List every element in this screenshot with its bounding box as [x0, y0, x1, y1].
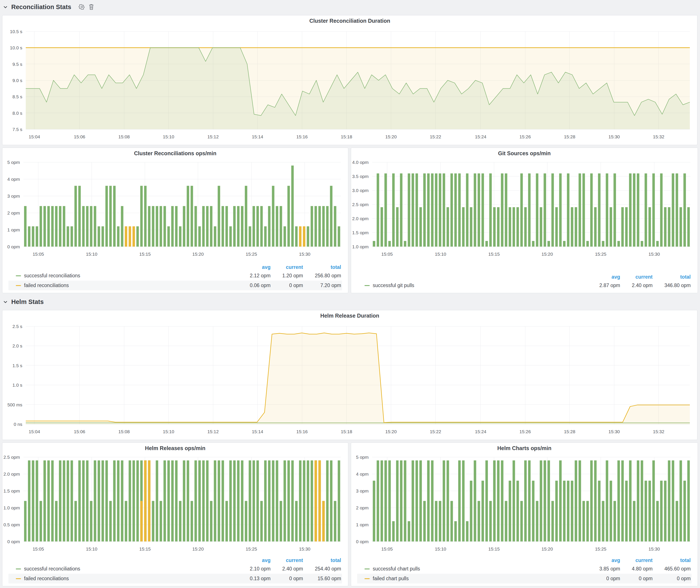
svg-text:15:08: 15:08	[118, 429, 130, 434]
legend-cluster-reconciliations: avgcurrenttotalsuccessful reconciliation…	[8, 263, 342, 290]
svg-text:15:20: 15:20	[542, 546, 553, 551]
svg-text:15:24: 15:24	[475, 134, 486, 139]
panel-cluster-reconciliations-rate: Cluster Reconciliations ops/min 5 opm4 o…	[2, 148, 348, 293]
series-color-dash	[16, 285, 21, 286]
legend-series-toggle[interactable]: failed reconciliations	[16, 576, 236, 582]
svg-text:15:30: 15:30	[608, 429, 620, 434]
svg-text:3 opm: 3 opm	[356, 488, 369, 493]
svg-text:8.5 s: 8.5 s	[12, 94, 22, 99]
legend-header: avgcurrenttotal	[8, 557, 342, 564]
svg-text:15:26: 15:26	[519, 429, 531, 434]
svg-text:15:25: 15:25	[595, 546, 606, 551]
helm-releases-rate-chart[interactable]: 2.5 opm2.0 opm1.5 opm1.0 opm0.5 opm0 opm…	[3, 453, 348, 554]
series-name: successful chart pulls	[373, 566, 420, 572]
svg-text:15:18: 15:18	[341, 134, 352, 139]
git-sources-rate-chart[interactable]: 4.0 opm3.5 opm3.0 opm2.5 opm2.0 opm1.5 o…	[351, 158, 697, 260]
svg-text:15:25: 15:25	[246, 546, 257, 551]
panel-title[interactable]: Helm Release Duration	[2, 310, 697, 320]
series-color-dash	[16, 569, 21, 569]
panel-title[interactable]: Helm Charts ops/min	[351, 443, 698, 453]
svg-text:15:10: 15:10	[435, 546, 446, 551]
legend-col-total[interactable]: total	[303, 557, 341, 563]
legend-series-toggle[interactable]: failed reconciliations	[16, 283, 236, 288]
svg-text:15:15: 15:15	[488, 252, 500, 257]
svg-text:0 ns: 0 ns	[14, 422, 22, 427]
legend-value: 0 opm	[620, 576, 653, 582]
legend-col-avg[interactable]: avg	[585, 274, 620, 280]
svg-text:1 opm: 1 opm	[356, 522, 369, 527]
svg-text:2.5 opm: 2.5 opm	[3, 455, 20, 460]
chevron-down-icon[interactable]	[3, 5, 8, 9]
legend-col-total[interactable]: total	[653, 557, 691, 563]
helm-release-duration-chart[interactable]: 2.5 s2.0 s1.5 s1.0 s500 ms0 ns15:0415:06…	[3, 320, 697, 437]
svg-text:15:14: 15:14	[252, 134, 263, 139]
legend-series-toggle[interactable]: successful chart pulls	[365, 566, 585, 572]
trash-icon[interactable]	[89, 4, 94, 10]
panel-title[interactable]: Cluster Reconciliations ops/min	[2, 148, 348, 158]
legend-header: avgcurrenttotal	[357, 273, 692, 281]
svg-text:15:10: 15:10	[163, 429, 174, 434]
legend-col-total[interactable]: total	[303, 264, 341, 270]
svg-text:3.0 opm: 3.0 opm	[352, 188, 369, 193]
svg-text:15:05: 15:05	[381, 252, 393, 257]
svg-text:1 opm: 1 opm	[7, 227, 20, 232]
legend-col-current[interactable]: current	[271, 557, 303, 563]
section-title-helm-stats[interactable]: Helm Stats	[11, 298, 44, 305]
svg-text:0 opm: 0 opm	[356, 539, 369, 544]
svg-text:15:15: 15:15	[139, 546, 151, 551]
panel-title[interactable]: Git Sources ops/min	[351, 148, 698, 158]
legend-row: successful reconciliations2.10 opm2.40 o…	[8, 564, 342, 574]
svg-text:15:12: 15:12	[207, 429, 219, 434]
svg-text:15:28: 15:28	[564, 429, 575, 434]
legend-series-toggle[interactable]: successful reconciliations	[16, 566, 236, 572]
legend-value: 15.60 opm	[303, 576, 341, 582]
svg-text:1.5 opm: 1.5 opm	[352, 230, 369, 235]
legend-col-total[interactable]: total	[653, 274, 691, 280]
legend-col-current[interactable]: current	[620, 557, 653, 563]
legend-series-toggle[interactable]: successful reconciliations	[16, 273, 236, 279]
series-color-dash	[16, 275, 21, 276]
svg-text:2.0 opm: 2.0 opm	[3, 472, 20, 477]
svg-text:15:16: 15:16	[296, 429, 308, 434]
svg-text:15:22: 15:22	[430, 134, 441, 139]
svg-text:15:30: 15:30	[648, 252, 660, 257]
legend-value: 7.20 opm	[303, 283, 341, 288]
series-color-dash	[365, 578, 370, 579]
legend-helm-releases: avgcurrenttotalsuccessful reconciliation…	[8, 557, 342, 583]
cluster-reconciliation-duration-chart[interactable]: 10.5 s10.0 s9.5 s9.0 s8.5 s8.0 s7.5 s15:…	[3, 25, 697, 142]
series-name: successful git pulls	[373, 283, 414, 288]
chevron-down-icon[interactable]	[3, 299, 8, 304]
svg-text:1.5 opm: 1.5 opm	[3, 488, 20, 493]
svg-text:15:28: 15:28	[564, 134, 575, 139]
svg-text:15:14: 15:14	[252, 429, 263, 434]
legend-col-current[interactable]: current	[271, 264, 303, 270]
svg-text:4.0 opm: 4.0 opm	[352, 160, 369, 165]
legend-col-avg[interactable]: avg	[236, 557, 271, 563]
gear-icon[interactable]	[79, 4, 85, 10]
svg-text:15:26: 15:26	[519, 134, 531, 139]
row-header-reconciliation-stats: Reconciliation Stats	[0, 1, 94, 13]
svg-text:15:04: 15:04	[29, 134, 40, 139]
helm-charts-rate-chart[interactable]: 5 opm4 opm3 opm2 opm1 opm0 opm15:0515:10…	[351, 453, 697, 554]
legend-col-avg[interactable]: avg	[236, 264, 271, 270]
legend-col-current[interactable]: current	[620, 274, 653, 280]
svg-text:15:25: 15:25	[246, 252, 257, 257]
panel-title[interactable]: Cluster Reconciliation Duration	[2, 15, 697, 25]
legend-series-toggle[interactable]: failed chart pulls	[365, 576, 585, 582]
cluster-reconciliations-rate-chart[interactable]: 5 opm4 opm3 opm2 opm1 opm0 opm15:0515:10…	[3, 158, 348, 260]
svg-text:2.5 s: 2.5 s	[12, 324, 22, 329]
legend-value: 2.12 opm	[236, 273, 271, 279]
svg-text:1.0 opm: 1.0 opm	[3, 505, 20, 510]
panel-title[interactable]: Helm Releases ops/min	[2, 443, 348, 453]
svg-text:15:25: 15:25	[595, 252, 606, 257]
svg-text:10.5 s: 10.5 s	[10, 29, 22, 34]
svg-text:5 opm: 5 opm	[356, 455, 369, 460]
svg-text:9.5 s: 9.5 s	[12, 62, 22, 67]
svg-text:15:10: 15:10	[163, 134, 174, 139]
svg-text:2 opm: 2 opm	[356, 505, 369, 510]
legend-col-avg[interactable]: avg	[585, 557, 620, 563]
svg-text:15:05: 15:05	[33, 252, 44, 257]
legend-series-toggle[interactable]: successful git pulls	[365, 283, 585, 288]
legend-value: 2.87 opm	[585, 283, 620, 288]
section-title-reconciliation-stats[interactable]: Reconciliation Stats	[11, 3, 71, 11]
